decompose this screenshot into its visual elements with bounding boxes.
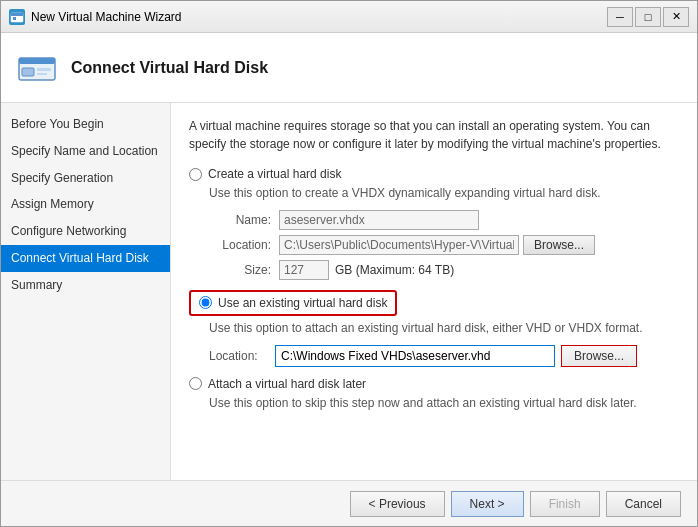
option1-group: Create a virtual hard disk Use this opti… — [189, 167, 679, 280]
sidebar-item-before-you-begin[interactable]: Before You Begin — [1, 111, 170, 138]
window-controls: ─ □ ✕ — [607, 7, 689, 27]
header-icon — [17, 52, 57, 84]
option1-form: Name: Location: Browse... Size: GB (Maxi… — [209, 210, 679, 280]
option3-group: Attach a virtual hard disk later Use thi… — [189, 377, 679, 412]
browse-button-2[interactable]: Browse... — [561, 345, 637, 367]
name-row: Name: — [209, 210, 679, 230]
option1-text: Create a virtual hard disk — [208, 167, 341, 181]
sidebar-item-summary[interactable]: Summary — [1, 272, 170, 299]
location-row-1: Location: Browse... — [209, 235, 679, 255]
option2-radio[interactable] — [199, 296, 212, 309]
size-suffix: GB (Maximum: 64 TB) — [335, 263, 454, 277]
cancel-button[interactable]: Cancel — [606, 491, 681, 517]
location-input-2[interactable] — [275, 345, 555, 367]
sidebar-item-connect-vhd[interactable]: Connect Virtual Hard Disk — [1, 245, 170, 272]
header-title: Connect Virtual Hard Disk — [71, 59, 268, 77]
location-label-2: Location: — [209, 349, 269, 363]
option3-subtext: Use this option to skip this step now an… — [209, 395, 679, 412]
svg-rect-6 — [37, 68, 51, 71]
option3-label[interactable]: Attach a virtual hard disk later — [189, 377, 679, 391]
wizard-window: New Virtual Machine Wizard ─ □ ✕ Connect… — [0, 0, 698, 527]
svg-rect-4 — [19, 58, 55, 64]
sidebar-item-specify-name[interactable]: Specify Name and Location — [1, 138, 170, 165]
window-title: New Virtual Machine Wizard — [31, 10, 607, 24]
name-label: Name: — [209, 213, 279, 227]
option1-label[interactable]: Create a virtual hard disk — [189, 167, 679, 181]
content-area: Before You Begin Specify Name and Locati… — [1, 103, 697, 480]
sidebar: Before You Begin Specify Name and Locati… — [1, 103, 171, 480]
close-button[interactable]: ✕ — [663, 7, 689, 27]
option2-label[interactable]: Use an existing virtual hard disk — [199, 296, 387, 310]
option1-subtext: Use this option to create a VHDX dynamic… — [209, 185, 679, 202]
option1-radio[interactable] — [189, 168, 202, 181]
previous-button[interactable]: < Previous — [350, 491, 445, 517]
svg-rect-5 — [22, 68, 34, 76]
svg-rect-1 — [11, 13, 23, 16]
option2-location-row: Location: Browse... — [209, 345, 679, 367]
browse-button-1[interactable]: Browse... — [523, 235, 595, 255]
option2-subtext: Use this option to attach an existing vi… — [209, 320, 679, 337]
main-content: A virtual machine requires storage so th… — [171, 103, 697, 480]
minimize-button[interactable]: ─ — [607, 7, 633, 27]
window-icon — [9, 9, 25, 25]
maximize-button[interactable]: □ — [635, 7, 661, 27]
option3-text: Attach a virtual hard disk later — [208, 377, 366, 391]
size-input[interactable] — [279, 260, 329, 280]
svg-rect-7 — [37, 73, 47, 75]
name-input[interactable] — [279, 210, 479, 230]
option2-highlight-box: Use an existing virtual hard disk — [189, 290, 397, 316]
size-row: Size: GB (Maximum: 64 TB) — [209, 260, 679, 280]
svg-rect-2 — [13, 17, 16, 20]
sidebar-item-assign-memory[interactable]: Assign Memory — [1, 191, 170, 218]
title-bar: New Virtual Machine Wizard ─ □ ✕ — [1, 1, 697, 33]
wizard-footer: < Previous Next > Finish Cancel — [1, 480, 697, 526]
option2-group: Use an existing virtual hard disk Use th… — [189, 290, 679, 367]
option3-radio[interactable] — [189, 377, 202, 390]
location-input-1[interactable] — [279, 235, 519, 255]
next-button[interactable]: Next > — [451, 491, 524, 517]
wizard-header: Connect Virtual Hard Disk — [1, 33, 697, 103]
sidebar-item-configure-networking[interactable]: Configure Networking — [1, 218, 170, 245]
finish-button[interactable]: Finish — [530, 491, 600, 517]
location-label-1: Location: — [209, 238, 279, 252]
size-label: Size: — [209, 263, 279, 277]
intro-text: A virtual machine requires storage so th… — [189, 117, 679, 153]
sidebar-item-specify-generation[interactable]: Specify Generation — [1, 165, 170, 192]
option2-text: Use an existing virtual hard disk — [218, 296, 387, 310]
